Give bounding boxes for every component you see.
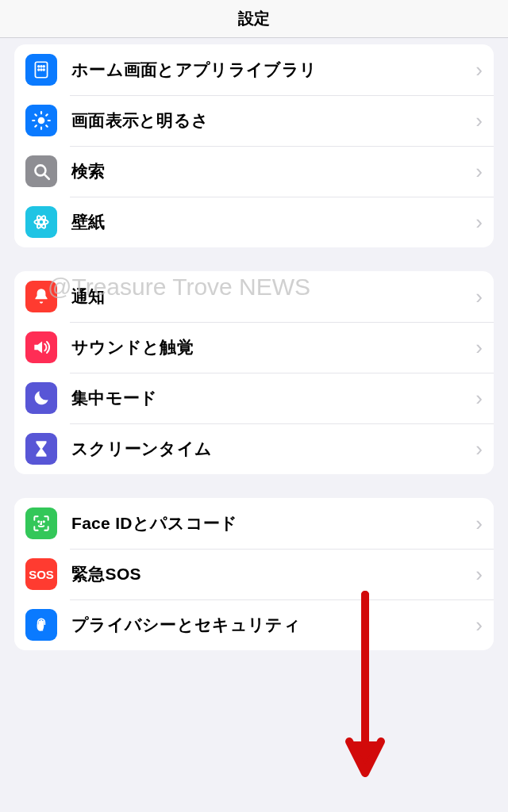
row-privacy-security[interactable]: プライバシーとセキュリティ ›	[14, 599, 494, 650]
svg-point-1	[38, 66, 40, 67]
svg-point-2	[40, 66, 42, 67]
row-focus[interactable]: 集中モード ›	[14, 373, 494, 423]
privacy-icon	[25, 609, 57, 641]
row-wallpaper[interactable]: 壁紙 ›	[14, 197, 494, 247]
sos-icon: SOS	[25, 558, 57, 590]
svg-line-15	[46, 114, 48, 116]
home-grid-icon	[25, 54, 57, 86]
row-label: 壁紙	[71, 211, 471, 233]
row-home-screen[interactable]: ホーム画面とアプリライブラリ ›	[14, 44, 494, 95]
svg-point-4	[38, 69, 40, 71]
chevron-right-icon: ›	[471, 562, 483, 587]
row-label: サウンドと触覚	[71, 336, 471, 358]
row-label: Face IDとパスコード	[71, 512, 471, 534]
chevron-right-icon: ›	[471, 109, 483, 133]
row-emergency-sos[interactable]: SOS 緊急SOS ›	[14, 549, 494, 599]
faceid-icon	[25, 508, 57, 539]
svg-point-19	[34, 220, 48, 225]
svg-line-17	[44, 174, 48, 178]
row-label: スクリーンタイム	[71, 438, 471, 460]
chevron-right-icon: ›	[471, 285, 483, 309]
row-label: プライバシーとセキュリティ	[71, 614, 471, 636]
svg-point-7	[38, 117, 45, 124]
row-screen-time[interactable]: スクリーンタイム ›	[14, 423, 494, 474]
page-title: 設定	[238, 8, 270, 29]
focus-icon	[25, 382, 57, 414]
svg-line-13	[46, 125, 48, 127]
row-faceid[interactable]: Face IDとパスコード ›	[14, 498, 494, 549]
chevron-right-icon: ›	[471, 511, 483, 536]
row-label: 集中モード	[71, 387, 471, 409]
svg-marker-25	[348, 741, 383, 776]
notification-icon	[25, 281, 57, 312]
chevron-right-icon: ›	[471, 386, 483, 411]
settings-group-3: Face IDとパスコード › SOS 緊急SOS › プライバシーとセキュリテ…	[14, 498, 494, 650]
svg-line-14	[35, 125, 37, 127]
row-label: 通知	[71, 285, 471, 308]
svg-point-23	[44, 521, 44, 522]
search-icon	[25, 155, 57, 187]
row-label: 緊急SOS	[71, 563, 471, 585]
chevron-right-icon: ›	[471, 210, 483, 235]
chevron-right-icon: ›	[471, 58, 483, 82]
sound-icon	[25, 331, 57, 363]
row-display-brightness[interactable]: 画面表示と明るさ ›	[14, 95, 494, 146]
svg-line-12	[35, 114, 37, 116]
svg-point-3	[43, 66, 44, 67]
settings-group-2: 通知 › サウンドと触覚 › 集中モード › スクリーンタイム ›	[14, 271, 494, 474]
chevron-right-icon: ›	[471, 437, 483, 462]
row-label: 画面表示と明るさ	[71, 109, 471, 132]
row-label: ホーム画面とアプリライブラリ	[71, 59, 471, 81]
row-sounds[interactable]: サウンドと触覚 ›	[14, 322, 494, 373]
wallpaper-icon	[25, 206, 57, 238]
header: 設定	[0, 0, 508, 38]
settings-group-1: ホーム画面とアプリライブラリ › 画面表示と明るさ › 検索 › 壁紙 ›	[14, 44, 494, 247]
chevron-right-icon: ›	[471, 159, 483, 184]
svg-point-5	[40, 69, 42, 71]
row-notifications[interactable]: 通知 ›	[14, 271, 494, 322]
row-label: 検索	[71, 160, 471, 182]
row-search[interactable]: 検索 ›	[14, 146, 494, 197]
brightness-icon	[25, 105, 57, 136]
svg-point-22	[38, 521, 39, 522]
chevron-right-icon: ›	[471, 335, 483, 360]
svg-point-6	[43, 69, 44, 71]
chevron-right-icon: ›	[471, 613, 483, 638]
screentime-icon	[25, 433, 57, 465]
